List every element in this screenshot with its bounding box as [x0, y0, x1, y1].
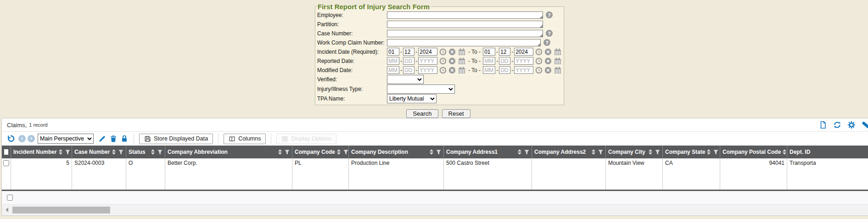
scrollbar-thumb[interactable] [12, 207, 110, 213]
calendar-icon[interactable] [554, 66, 562, 74]
verified-select[interactable] [387, 75, 424, 84]
sort-icon[interactable] [278, 149, 282, 155]
modified-to-year-input[interactable] [514, 66, 533, 74]
incident-from-day-input[interactable] [403, 48, 414, 56]
horizontal-scrollbar[interactable] [2, 205, 868, 215]
column-header-incident-number[interactable]: Incident Number [11, 146, 72, 158]
wrench-icon[interactable] [862, 121, 868, 129]
incident-to-year-input[interactable] [514, 48, 533, 56]
modified-to-month-input[interactable] [483, 66, 495, 74]
search-button[interactable]: Search [406, 109, 438, 118]
sort-icon[interactable] [518, 149, 521, 155]
store-displayed-data-button[interactable]: Store Displayed Data [139, 134, 213, 144]
reported-to-month-input[interactable] [483, 57, 495, 65]
sort-icon[interactable] [783, 149, 786, 155]
column-header-company-address2[interactable]: Company Address2 [532, 146, 606, 158]
reset-button[interactable]: Reset [442, 109, 470, 118]
modified-from-year-input[interactable] [418, 66, 437, 74]
modified-from-month-input[interactable] [387, 66, 399, 74]
sort-icon[interactable] [430, 149, 433, 155]
case-number-input[interactable] [387, 30, 543, 37]
tpa-name-select[interactable]: Liberty Mutual [387, 94, 437, 103]
reported-from-day-input[interactable] [403, 57, 414, 65]
reported-from-year-input[interactable] [418, 57, 437, 65]
sort-icon[interactable] [151, 149, 155, 155]
column-header-case-number[interactable]: Case Number [72, 146, 126, 158]
calendar-icon[interactable] [458, 48, 466, 56]
sort-icon[interactable] [649, 149, 652, 155]
modified-from-day-input[interactable] [403, 66, 414, 74]
column-header-company-abbreviation[interactable]: Company Abbreviation [165, 146, 292, 158]
modified-to-day-input[interactable] [499, 66, 510, 74]
clock-icon[interactable] [535, 67, 543, 74]
row-checkbox[interactable] [3, 160, 9, 166]
filter-funnel-icon[interactable] [343, 150, 348, 155]
reported-to-year-input[interactable] [514, 57, 533, 65]
help-icon[interactable]: ? [546, 11, 553, 18]
incident-to-day-input[interactable] [499, 48, 510, 56]
sort-icon[interactable] [59, 149, 62, 155]
settings-gear-icon[interactable] [847, 121, 856, 129]
previous-perspective-icon[interactable]: ‹ [18, 135, 26, 142]
columns-button[interactable]: Columns [224, 134, 266, 144]
footer-select-checkbox[interactable] [7, 195, 13, 201]
help-icon[interactable]: ? [543, 39, 550, 46]
filter-funnel-icon[interactable] [65, 150, 70, 155]
filter-funnel-icon[interactable] [157, 150, 162, 155]
calendar-icon[interactable] [458, 57, 466, 65]
sort-icon[interactable] [707, 149, 711, 155]
clock-icon[interactable] [439, 57, 447, 65]
injury-type-select[interactable] [387, 84, 455, 94]
column-header-company-code[interactable]: Company Code [292, 146, 349, 158]
incident-from-month-input[interactable] [387, 48, 399, 56]
filter-funnel-icon[interactable] [655, 150, 660, 155]
filter-funnel-icon[interactable] [118, 150, 123, 155]
sort-icon[interactable] [592, 149, 595, 155]
help-icon[interactable]: ? [546, 30, 553, 37]
table-row[interactable]: 5 S2024-0003 O Better Corp. PL Productio… [2, 158, 868, 190]
clock-icon[interactable] [439, 48, 447, 56]
reported-to-day-input[interactable] [499, 57, 510, 65]
sort-icon[interactable] [112, 149, 116, 155]
filter-funnel-icon[interactable] [598, 150, 603, 155]
scroll-left-arrow-icon[interactable] [6, 208, 8, 212]
refresh-icon[interactable] [833, 121, 841, 129]
incident-from-year-input[interactable] [418, 48, 437, 56]
calendar-icon[interactable] [554, 57, 562, 65]
undo-icon[interactable] [6, 135, 15, 143]
edit-pencil-icon[interactable] [98, 135, 106, 143]
next-perspective-icon[interactable]: › [28, 135, 35, 142]
filter-funnel-icon[interactable] [285, 150, 290, 155]
column-header-company-city[interactable]: Company City [606, 146, 663, 158]
column-header-company-description[interactable]: Company Description [349, 146, 444, 158]
clear-icon[interactable] [544, 57, 552, 65]
reported-from-month-input[interactable] [387, 57, 399, 65]
delete-trash-icon[interactable] [109, 135, 118, 143]
incident-to-month-input[interactable] [483, 48, 495, 56]
clear-icon[interactable] [448, 57, 456, 65]
column-header-company-postal-code[interactable]: Company Postal Code [720, 146, 787, 158]
calendar-icon[interactable] [458, 66, 466, 74]
partition-input[interactable] [387, 21, 543, 28]
sort-icon[interactable] [337, 149, 341, 155]
column-header-status[interactable]: Status [126, 146, 165, 158]
employee-input[interactable] [387, 11, 543, 19]
clock-icon[interactable] [535, 48, 543, 56]
column-header-company-address1[interactable]: Company Address1 [444, 146, 532, 158]
select-all-checkbox[interactable] [4, 149, 8, 155]
calendar-icon[interactable] [554, 48, 562, 56]
clock-icon[interactable] [535, 57, 543, 65]
filter-funnel-icon[interactable] [713, 150, 718, 155]
column-header-dept-id[interactable]: Dept. ID [787, 146, 868, 158]
column-header-company-state[interactable]: Company State [663, 146, 720, 158]
clear-icon[interactable] [544, 67, 552, 74]
clear-icon[interactable] [448, 48, 456, 56]
lock-icon[interactable] [120, 135, 129, 143]
filter-funnel-icon[interactable] [436, 150, 441, 155]
work-comp-input[interactable] [387, 39, 541, 46]
new-document-icon[interactable] [819, 121, 827, 129]
clear-icon[interactable] [544, 48, 552, 56]
clock-icon[interactable] [439, 67, 447, 74]
filter-funnel-icon[interactable] [524, 150, 529, 155]
perspective-select[interactable]: Main Perspective [38, 134, 94, 144]
